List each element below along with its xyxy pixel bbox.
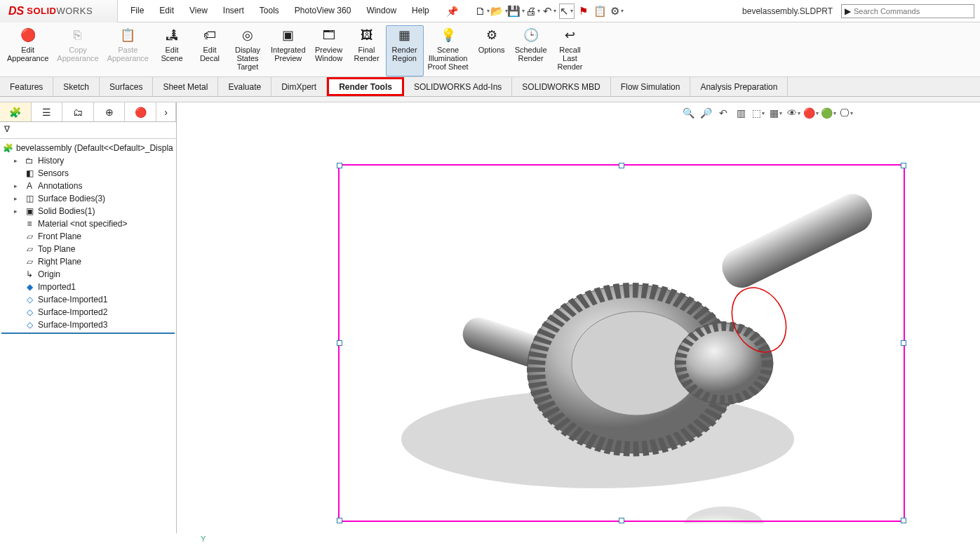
integrated-preview-button[interactable]: ▣Integrated Preview <box>267 25 310 76</box>
menu-file[interactable]: File <box>123 3 151 20</box>
resize-handle-tr[interactable] <box>901 163 906 168</box>
manager-tabs: 🧩 ☰ 🗂 ⊕ 🔴 › <box>0 102 176 122</box>
menu-photoview360[interactable]: PhotoView 360 <box>288 3 358 20</box>
display-style-icon[interactable]: ▦ <box>768 105 784 121</box>
expand-tab[interactable]: › <box>156 102 176 121</box>
region-icon: ▦ <box>396 27 413 43</box>
tree-root[interactable]: 🧩bevelassembly (Default<<Default>_Displa <box>1 142 175 154</box>
menu-view[interactable]: View <box>182 3 215 20</box>
tree-material[interactable]: ≡Material <not specified> <box>1 217 175 230</box>
scene-illumination-proof-sheet-button[interactable]: 💡Scene Illumination Proof Sheet <box>424 25 473 76</box>
tree-annotations[interactable]: ▸AAnnotations <box>1 180 175 192</box>
save-button[interactable]: 💾 <box>509 4 524 19</box>
tab-sheet-metal[interactable]: Sheet Metal <box>153 77 218 96</box>
document-title: bevelassembly.SLDPRT <box>742 6 833 16</box>
feature-manager-tab[interactable]: 🧩 <box>0 102 32 121</box>
tab-render-tools[interactable]: Render Tools <box>327 77 404 96</box>
apply-scene-icon[interactable]: 🟢 <box>821 105 836 121</box>
property-manager-tab[interactable]: ☰ <box>32 102 63 121</box>
recall-last-render-button[interactable]: ↩Recall Last Render <box>551 25 589 76</box>
render-region-button[interactable]: ▦Render Region <box>386 25 424 76</box>
origin-icon: ↳ <box>24 269 35 279</box>
plane-icon: ▱ <box>24 244 35 254</box>
print-button[interactable]: 🖨 <box>525 4 541 19</box>
tree-origin[interactable]: ↳Origin <box>1 268 175 281</box>
schedule-render-button[interactable]: 🕒Schedule Render <box>511 25 551 76</box>
rollback-bar[interactable] <box>1 333 175 334</box>
tab-sketch[interactable]: Sketch <box>53 77 100 96</box>
pin-icon[interactable]: 📌 <box>442 3 462 20</box>
hide-show-icon[interactable]: 👁 <box>786 105 801 121</box>
tree-surface-bodies[interactable]: ▸◫Surface Bodies(3) <box>1 192 175 205</box>
tab-solidworks-addins[interactable]: SOLIDWORKS Add-Ins <box>404 77 512 96</box>
resize-handle-tm[interactable] <box>619 163 624 168</box>
resize-handle-bl[interactable] <box>337 518 342 523</box>
display-states-target-button[interactable]: ◎Display States Target <box>229 25 267 76</box>
tree-surface-imported3[interactable]: ◇Surface-Imported3 <box>1 318 175 331</box>
menu-window[interactable]: Window <box>359 3 403 20</box>
tab-surfaces[interactable]: Surfaces <box>100 77 153 96</box>
rebuild-button[interactable]: ⚑ <box>576 4 591 19</box>
select-button[interactable]: ↖ <box>559 4 575 19</box>
dimxpert-manager-tab[interactable]: ⊕ <box>94 102 126 121</box>
tree-history[interactable]: ▸🗀History <box>1 154 175 167</box>
copy-icon: ⎘ <box>69 27 86 43</box>
tree-imported1[interactable]: ◆Imported1 <box>1 281 175 293</box>
menu-help[interactable]: Help <box>405 3 436 20</box>
open-doc-button[interactable]: 📂 <box>492 4 507 19</box>
tab-analysis-preparation[interactable]: Analysis Preparation <box>690 77 788 96</box>
decal-icon: 🏷 <box>201 27 218 43</box>
tab-solidworks-mbd[interactable]: SOLIDWORKS MBD <box>512 77 610 96</box>
view-settings-icon[interactable]: 🖵 <box>838 105 854 121</box>
tree-surface-imported1[interactable]: ◇Surface-Imported1 <box>1 293 175 306</box>
tree-surface-imported2[interactable]: ◇Surface-Imported2 <box>1 306 175 318</box>
undo-button[interactable]: ↶ <box>542 4 558 19</box>
menu-edit[interactable]: Edit <box>152 3 181 20</box>
menu-tools[interactable]: Tools <box>253 3 286 20</box>
tab-evaluate[interactable]: Evaluate <box>218 77 271 96</box>
feature-manager-panel: 🧩 ☰ 🗂 ⊕ 🔴 › ∇ 🧩bevelassembly (Default<<D… <box>0 102 177 533</box>
filter-row[interactable]: ∇ <box>0 122 176 139</box>
preview-window-button[interactable]: 🗔Preview Window <box>310 25 348 76</box>
edit-appearance-button[interactable]: 🔴Edit Appearance <box>3 25 53 76</box>
resize-handle-ml[interactable] <box>337 340 342 346</box>
edit-decal-button[interactable]: 🏷Edit Decal <box>191 25 229 76</box>
ds-logo-icon: DS <box>8 5 24 18</box>
zoom-fit-icon[interactable]: 🔍 <box>680 105 696 121</box>
sphere-icon: 🔴 <box>20 27 36 43</box>
graphics-viewport[interactable]: 🔍 🔎 ↶ ▥ ⬚ ▦ 👁 🔴 🟢 🖵 <box>177 102 980 533</box>
tab-features[interactable]: Features <box>0 77 53 96</box>
render-options-button[interactable]: ⚙Options <box>473 25 511 76</box>
section-view-icon[interactable]: ▥ <box>733 105 749 121</box>
configuration-manager-tab[interactable]: 🗂 <box>62 102 94 121</box>
surface-feature-icon: ◇ <box>24 307 35 317</box>
previous-view-icon[interactable]: ↶ <box>716 105 731 121</box>
tab-dimxpert[interactable]: DimXpert <box>271 77 327 96</box>
edit-scene-button[interactable]: 🏞Edit Scene <box>153 25 191 76</box>
tree-front-plane[interactable]: ▱Front Plane <box>1 230 175 243</box>
tree-solid-bodies[interactable]: ▸▣Solid Bodies(1) <box>1 205 175 217</box>
tree-right-plane[interactable]: ▱Right Plane <box>1 255 175 268</box>
render-region-box[interactable] <box>338 164 905 522</box>
zoom-area-icon[interactable]: 🔎 <box>698 105 713 121</box>
resize-handle-br[interactable] <box>901 518 906 523</box>
options-button[interactable]: 📋 <box>593 4 608 19</box>
search-input[interactable] <box>854 7 971 15</box>
resize-handle-bm[interactable] <box>619 518 624 523</box>
settings-button[interactable]: ⚙ <box>610 4 625 19</box>
tree-sensors[interactable]: ◧Sensors <box>1 167 175 180</box>
search-commands[interactable]: ▶ <box>841 4 974 18</box>
new-doc-button[interactable]: 🗋 <box>475 4 490 19</box>
tab-flow-simulation[interactable]: Flow Simulation <box>611 77 691 96</box>
surface-icon: ◫ <box>24 194 35 203</box>
edit-appearance-icon[interactable]: 🔴 <box>803 105 819 121</box>
display-manager-tab[interactable]: 🔴 <box>125 102 156 121</box>
main-menu: File Edit View Insert Tools PhotoView 36… <box>118 3 462 20</box>
resize-handle-mr[interactable] <box>901 340 906 346</box>
view-orientation-icon[interactable]: ⬚ <box>751 105 766 121</box>
resize-handle-tl[interactable] <box>337 163 342 168</box>
menu-insert[interactable]: Insert <box>216 3 251 20</box>
final-render-button[interactable]: 🖼Final Render <box>348 25 386 76</box>
tree-top-plane[interactable]: ▱Top Plane <box>1 243 175 255</box>
folder-icon: 🗀 <box>24 156 35 166</box>
